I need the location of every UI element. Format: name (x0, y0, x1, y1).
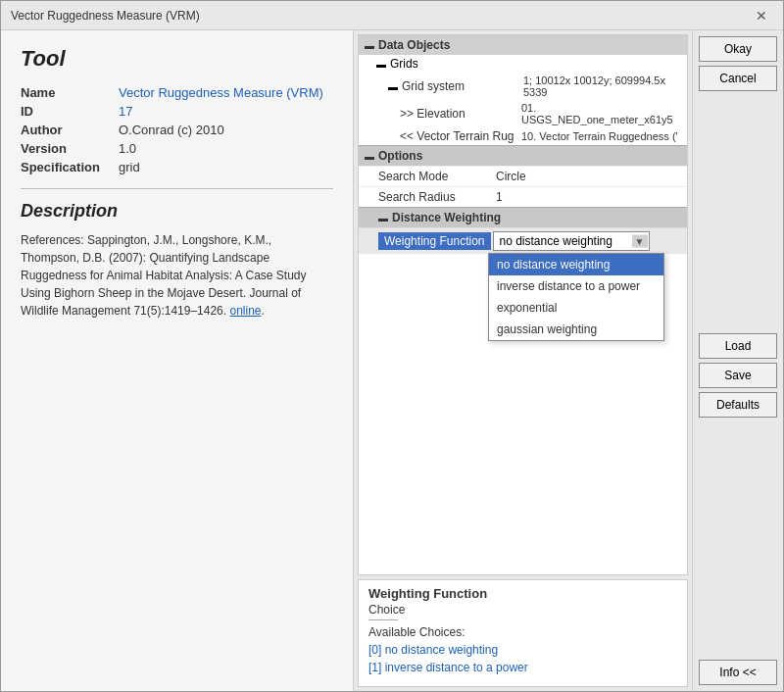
right-top: ▬ Data Objects ▬ Grids ▬ Grid system 1 (354, 30, 783, 691)
weighting-function-row: Weighting Function no distance weighting… (359, 227, 687, 254)
specification-value: grid (119, 158, 333, 176)
elevation-key: >> Elevation (400, 107, 517, 121)
vtr-row: << Vector Terrain Rug 10. Vector Terrain… (359, 127, 687, 145)
option-inverse-distance[interactable]: inverse distance to a power (489, 275, 663, 297)
tool-info-table: Name Vector Ruggedness Measure (VRM) ID … (21, 83, 333, 176)
data-objects-header: ▬ Data Objects (359, 35, 687, 55)
search-mode-value: Circle (496, 170, 526, 183)
available-choices-label: Available Choices: (368, 625, 466, 639)
save-button[interactable]: Save (699, 363, 777, 388)
options-expand-icon: ▬ (365, 151, 374, 162)
info-body: Available Choices: [0] no distance weigh… (368, 623, 677, 676)
search-radius-value: 1 (496, 190, 503, 204)
info-divider (368, 619, 398, 620)
elevation-row: >> Elevation 01. USGS_NED_one_meter_x61y… (359, 100, 687, 127)
data-tree: ▬ Data Objects ▬ Grids ▬ Grid system 1 (358, 34, 688, 575)
grid-system-key: Grid system (402, 79, 519, 93)
id-value: 17 (119, 102, 333, 121)
name-label: Name (21, 83, 119, 102)
weighting-function-label: Weighting Function (378, 232, 491, 250)
id-row: ID 17 (21, 102, 333, 121)
grid-system-value: 1; 10012x 10012y; 609994.5x 5339 (523, 74, 681, 98)
name-value: Vector Ruggedness Measure (VRM) (119, 83, 333, 102)
option-exponential[interactable]: exponential (489, 297, 663, 319)
distance-weighting-expand-icon: ▬ (378, 213, 388, 223)
data-objects-label: Data Objects (378, 38, 450, 52)
weighting-popup: no distance weighting inverse distance t… (488, 253, 664, 341)
right-buttons: Okay Cancel Load Save Defaults Info << (692, 30, 783, 691)
search-radius-row: Search Radius 1 (359, 186, 687, 207)
version-value: 1.0 (119, 139, 333, 158)
description-link[interactable]: online (229, 304, 261, 318)
author-value: O.Conrad (c) 2010 (119, 121, 333, 139)
name-row: Name Vector Ruggedness Measure (VRM) (21, 83, 333, 102)
choice-1: [1] inverse distance to a power (368, 661, 528, 674)
grids-expand-icon: ▬ (376, 59, 386, 70)
main-window: Vector Ruggedness Measure (VRM) ✕ Tool N… (0, 0, 784, 692)
okay-button[interactable]: Okay (699, 36, 777, 62)
grid-system-row: ▬ Grid system 1; 10012x 10012y; 609994.5… (359, 73, 687, 100)
button-spacer-2 (699, 421, 777, 656)
grids-row: ▬ Grids (359, 55, 687, 73)
choice-0: [0] no distance weighting (368, 643, 498, 657)
right-panel: ▬ Data Objects ▬ Grids ▬ Grid system 1 (354, 30, 783, 691)
search-mode-label: Search Mode (378, 170, 496, 183)
defaults-button[interactable]: Defaults (699, 392, 777, 418)
distance-weighting-label: Distance Weighting (392, 211, 501, 224)
option-no-distance[interactable]: no distance weighting (489, 254, 663, 275)
data-objects-expand-icon: ▬ (365, 40, 374, 51)
author-row: Author O.Conrad (c) 2010 (21, 121, 333, 139)
weighting-dropdown-wrapper: no distance weighting ▼ (493, 231, 650, 251)
button-spacer (699, 95, 777, 329)
divider (21, 188, 333, 189)
version-label: Version (21, 139, 119, 158)
specification-label: Specification (21, 158, 119, 176)
author-label: Author (21, 121, 119, 139)
id-label: ID (21, 102, 119, 121)
option-gaussian[interactable]: gaussian weighting (489, 319, 663, 340)
vtr-key: << Vector Terrain Rug (400, 129, 517, 143)
left-panel: Tool Name Vector Ruggedness Measure (VRM… (1, 30, 354, 691)
info-button[interactable]: Info << (699, 660, 777, 685)
window-title: Vector Ruggedness Measure (VRM) (11, 9, 200, 23)
bottom-info-panel: Weighting Function Choice Available Choi… (358, 579, 688, 687)
load-button[interactable]: Load (699, 333, 777, 359)
title-bar: Vector Ruggedness Measure (VRM) ✕ (1, 1, 783, 30)
content-area: Tool Name Vector Ruggedness Measure (VRM… (1, 30, 783, 691)
description-text: References: Sappington, J.M., Longshore,… (21, 231, 333, 320)
grids-label: Grids (390, 57, 418, 71)
options-header: ▬ Options (359, 145, 687, 166)
info-subtitle: Choice (368, 603, 677, 617)
tool-heading: Tool (21, 46, 333, 72)
search-radius-label: Search Radius (378, 190, 496, 204)
version-row: Version 1.0 (21, 139, 333, 158)
info-title: Weighting Function (368, 586, 677, 601)
weighting-current-value: no distance weighting (493, 231, 650, 251)
vtr-value: 10. Vector Terrain Ruggedness (' (521, 130, 678, 142)
distance-weighting-header: ▬ Distance Weighting (359, 207, 687, 227)
grid-system-expand-icon: ▬ (388, 81, 398, 92)
search-mode-row: Search Mode Circle (359, 166, 687, 186)
specification-row: Specification grid (21, 158, 333, 176)
close-button[interactable]: ✕ (750, 6, 773, 25)
elevation-value: 01. USGS_NED_one_meter_x61y5 (521, 102, 681, 125)
weighting-function-section: Weighting Function no distance weighting… (359, 227, 687, 254)
description-heading: Description (21, 201, 333, 222)
cancel-button[interactable]: Cancel (699, 66, 777, 91)
options-label: Options (378, 149, 422, 163)
